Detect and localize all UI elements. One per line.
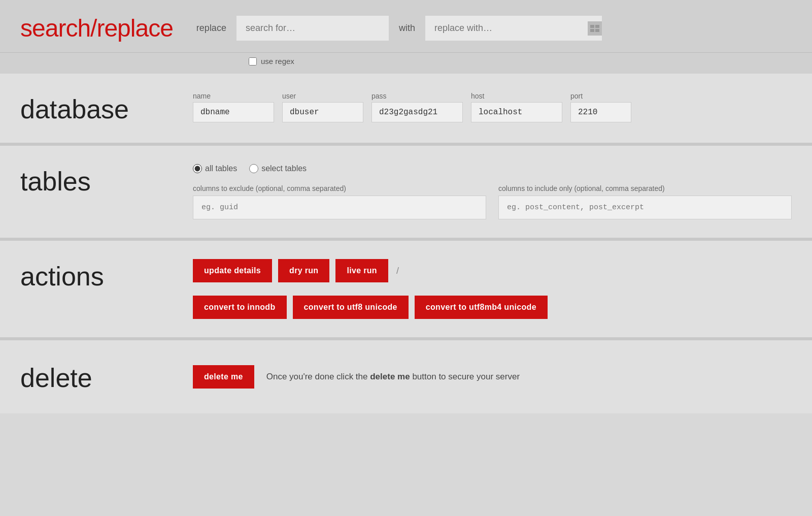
select-tables-radio[interactable] — [249, 164, 258, 173]
replace-label: replace — [196, 23, 226, 34]
regex-label[interactable]: use regex — [261, 57, 294, 66]
actions-row1: update details dry run live run / — [193, 259, 792, 282]
db-pass-input[interactable] — [371, 102, 463, 122]
db-name-input[interactable] — [193, 102, 274, 122]
update-details-button[interactable]: update details — [193, 259, 272, 282]
title-slash: / — [90, 15, 96, 42]
db-name-field: name — [193, 92, 274, 122]
tables-title: tables — [20, 164, 193, 197]
db-name-label: name — [193, 92, 274, 100]
db-user-input[interactable] — [282, 102, 363, 122]
convert-utf8-button[interactable]: convert to utf8 unicode — [293, 296, 409, 319]
database-title: database — [20, 92, 193, 124]
regex-checkbox[interactable] — [249, 57, 257, 66]
columns-row: columns to exclude (optional, comma sepa… — [193, 184, 792, 219]
db-host-field: host — [471, 92, 562, 122]
svg-rect-2 — [590, 29, 594, 32]
delete-message: Once you're done click the delete me but… — [266, 372, 520, 382]
all-tables-option[interactable]: all tables — [193, 164, 237, 173]
regex-row: use regex — [0, 53, 812, 74]
expand-icon[interactable] — [588, 21, 602, 36]
db-user-field: user — [282, 92, 363, 122]
all-tables-radio[interactable] — [193, 164, 202, 173]
delete-msg-suffix: button to secure your server — [410, 372, 520, 381]
include-label: columns to include only (optional, comma… — [498, 184, 792, 192]
svg-rect-0 — [590, 25, 594, 28]
db-pass-field: pass — [371, 92, 463, 122]
title-replace-word: replace — [96, 15, 173, 42]
app-title: search/replace — [20, 14, 173, 42]
actions-content: update details dry run live run / conver… — [193, 259, 792, 319]
svg-rect-1 — [595, 25, 599, 28]
all-tables-label: all tables — [205, 164, 237, 173]
db-host-label: host — [471, 92, 562, 100]
convert-utf8mb4-button[interactable]: convert to utf8mb4 unicode — [415, 296, 548, 319]
delete-msg-prefix: Once you're done click the — [266, 372, 370, 381]
delete-section: delete delete me Once you're done click … — [0, 340, 812, 413]
db-fields: name user pass host port — [193, 92, 792, 122]
convert-innodb-button[interactable]: convert to innodb — [193, 296, 287, 319]
slash-separator: / — [396, 266, 399, 276]
db-pass-label: pass — [371, 92, 463, 100]
db-port-input[interactable] — [570, 102, 631, 122]
delete-msg-bold: delete me — [370, 372, 410, 381]
actions-row2: convert to innodb convert to utf8 unicod… — [193, 296, 792, 319]
include-input[interactable] — [498, 196, 792, 219]
with-label: with — [399, 23, 415, 34]
delete-me-button[interactable]: delete me — [193, 365, 254, 389]
db-port-field: port — [570, 92, 631, 122]
replace-input[interactable] — [425, 16, 588, 41]
include-field: columns to include only (optional, comma… — [498, 184, 792, 219]
svg-rect-3 — [595, 29, 599, 32]
search-input[interactable] — [236, 16, 389, 41]
db-host-input[interactable] — [471, 102, 562, 122]
dry-run-button[interactable]: dry run — [278, 259, 329, 282]
exclude-field: columns to exclude (optional, comma sepa… — [193, 184, 486, 219]
exclude-label: columns to exclude (optional, comma sepa… — [193, 184, 486, 192]
db-user-label: user — [282, 92, 363, 100]
live-run-button[interactable]: live run — [335, 259, 388, 282]
header-bar: search/replace replace with — [0, 0, 812, 53]
database-content: name user pass host port — [193, 92, 792, 122]
select-tables-label: select tables — [261, 164, 307, 173]
delete-content: delete me Once you're done click the del… — [193, 365, 520, 389]
tables-radio-row: all tables select tables — [193, 164, 792, 173]
actions-title: actions — [20, 259, 193, 292]
database-section: database name user pass host port — [0, 74, 812, 146]
actions-section: actions update details dry run live run … — [0, 241, 812, 340]
title-search: search — [20, 15, 90, 42]
tables-content: all tables select tables columns to excl… — [193, 164, 792, 219]
exclude-input[interactable] — [193, 196, 486, 219]
select-tables-option[interactable]: select tables — [249, 164, 307, 173]
delete-title: delete — [20, 361, 193, 393]
tables-section: tables all tables select tables columns … — [0, 146, 812, 241]
db-port-label: port — [570, 92, 631, 100]
